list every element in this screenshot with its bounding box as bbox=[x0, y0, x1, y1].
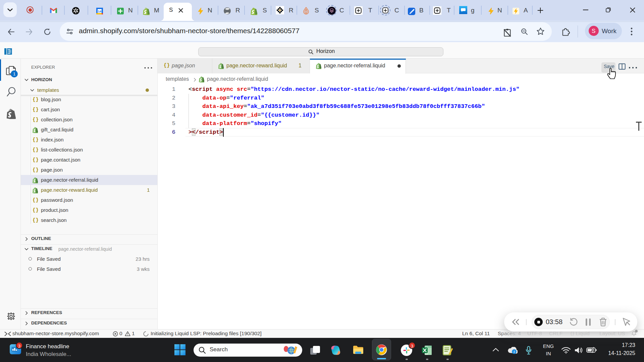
svg-text:14: 14 bbox=[98, 9, 102, 13]
svg-text:i: i bbox=[514, 350, 515, 354]
